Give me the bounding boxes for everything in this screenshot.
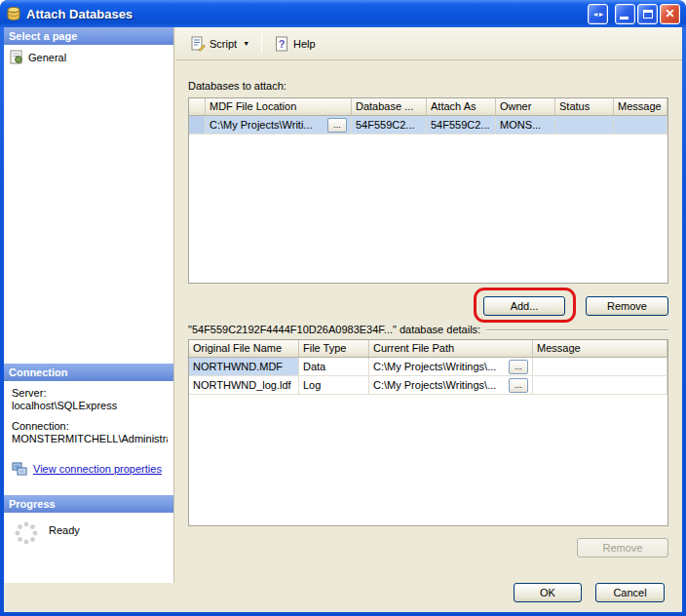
script-icon	[190, 36, 206, 52]
maximize-button[interactable]	[637, 4, 658, 24]
left-right-arrows-icon: ◄►	[592, 11, 604, 18]
cell-original-file-name: NORTHWND_log.ldf	[189, 376, 299, 394]
progress-panel: Ready	[4, 513, 173, 583]
general-label: General	[28, 52, 66, 63]
details-table-header: Original File Name File Type Current Fil…	[189, 340, 667, 358]
toolbar: Script ▼ ? Help	[175, 27, 682, 60]
details-remove-button[interactable]: Remove	[577, 538, 668, 558]
cell-original-file-name: NORTHWND.MDF	[189, 358, 299, 375]
column-header-attach-as[interactable]: Attach As	[427, 98, 496, 115]
help-button[interactable]: ? Help	[267, 32, 323, 56]
column-header-file-type[interactable]: File Type	[299, 340, 369, 357]
table-row[interactable]: NORTHWND.MDF Data C:\My Projects\Writing…	[189, 358, 667, 376]
window-title: Attach Databases	[26, 7, 588, 21]
column-header-database[interactable]: Database ...	[352, 98, 427, 115]
connection-label: Connection:	[12, 420, 168, 433]
row-selector-header[interactable]	[189, 98, 206, 115]
cell-file-type: Log	[299, 376, 369, 394]
column-header-message[interactable]: Message	[533, 340, 667, 357]
cell-message	[614, 116, 667, 134]
script-button[interactable]: Script ▼	[183, 32, 256, 56]
help-icon: ?	[274, 36, 289, 52]
database-icon	[6, 6, 21, 21]
toolbar-separator	[261, 34, 262, 54]
connection-header: Connection	[4, 364, 173, 381]
window-controls: ◄► ✕	[588, 4, 680, 24]
close-button[interactable]: ✕	[660, 4, 680, 24]
server-label: Server:	[12, 387, 168, 400]
close-icon: ✕	[665, 7, 674, 20]
browse-button[interactable]: ...	[509, 378, 528, 393]
help-label: Help	[293, 38, 316, 50]
cell-file-type: Data	[299, 358, 369, 375]
progress-status: Ready	[49, 520, 80, 536]
connection-panel: Server: localhost\SQLExpress Connection:…	[4, 381, 173, 495]
database-details-label: "54F559C2192F4444F10D26A0983E34F..." dat…	[188, 324, 480, 335]
server-value: localhost\SQLExpress	[12, 400, 168, 412]
general-page-icon	[9, 50, 23, 64]
connection-value: MONSTERMITCHELL\Administra	[12, 433, 168, 445]
cell-database: 54F559C2...	[352, 116, 427, 134]
chevron-down-icon: ▼	[243, 40, 249, 47]
databases-table: MDF File Location Database ... Attach As…	[188, 97, 668, 284]
progress-header: Progress	[4, 495, 173, 513]
remove-button[interactable]: Remove	[586, 296, 668, 316]
cancel-button[interactable]: Cancel	[595, 583, 665, 602]
cell-mdf-file-location: C:\My Projects\Writi... ...	[206, 116, 352, 134]
add-button[interactable]: Add...	[483, 296, 565, 316]
cell-current-file-path: C:\My Projects\Writings\... ...	[369, 358, 533, 375]
row-selector-cell[interactable]	[189, 116, 206, 134]
cell-current-file-path: C:\My Projects\Writings\... ...	[369, 376, 533, 394]
column-header-mdf-file-location[interactable]: MDF File Location	[206, 98, 352, 115]
cell-status	[555, 116, 614, 134]
cell-owner: MONS...	[496, 116, 555, 134]
cell-message	[533, 376, 667, 394]
view-connection-properties-link[interactable]: View connection properties	[33, 463, 162, 476]
titlebar[interactable]: Attach Databases ◄► ✕	[0, 0, 686, 27]
cell-attach-as: 54F559C2...	[427, 116, 496, 134]
minimize-button[interactable]	[615, 4, 635, 24]
browse-button[interactable]: ...	[327, 118, 347, 133]
svg-text:?: ?	[279, 38, 286, 50]
sidebar-item-general[interactable]: General	[4, 45, 173, 68]
dialog-client-area: Select a page General Connection Server:…	[4, 27, 682, 612]
dock-toggle-button[interactable]: ◄►	[588, 4, 608, 24]
table-row[interactable]: C:\My Projects\Writi... ... 54F559C2... …	[189, 116, 667, 135]
databases-to-attach-label: Databases to attach:	[188, 80, 286, 92]
cell-message	[533, 358, 667, 375]
column-header-status[interactable]: Status	[555, 98, 614, 115]
column-header-original-file-name[interactable]: Original File Name	[189, 340, 299, 357]
select-a-page-header: Select a page	[4, 27, 173, 45]
column-header-current-file-path[interactable]: Current File Path	[369, 340, 533, 357]
database-details-table: Original File Name File Type Current Fil…	[188, 339, 668, 526]
details-divider	[486, 329, 668, 331]
attach-databases-window: Attach Databases ◄► ✕ Select a page	[0, 0, 686, 616]
connection-properties-icon	[12, 461, 27, 477]
table-row[interactable]: NORTHWND_log.ldf Log C:\My Projects\Writ…	[189, 376, 667, 395]
pages-panel: General	[4, 45, 173, 364]
minimize-icon	[620, 17, 629, 19]
ok-button[interactable]: OK	[514, 583, 582, 602]
databases-table-header: MDF File Location Database ... Attach As…	[189, 98, 667, 116]
column-header-message[interactable]: Message	[614, 98, 667, 115]
column-header-owner[interactable]: Owner	[496, 98, 555, 115]
script-label: Script	[210, 38, 237, 50]
sidebar: Select a page General Connection Server:…	[4, 27, 174, 583]
maximize-icon	[643, 10, 653, 19]
progress-spinner-icon	[14, 520, 39, 546]
browse-button[interactable]: ...	[509, 360, 528, 374]
